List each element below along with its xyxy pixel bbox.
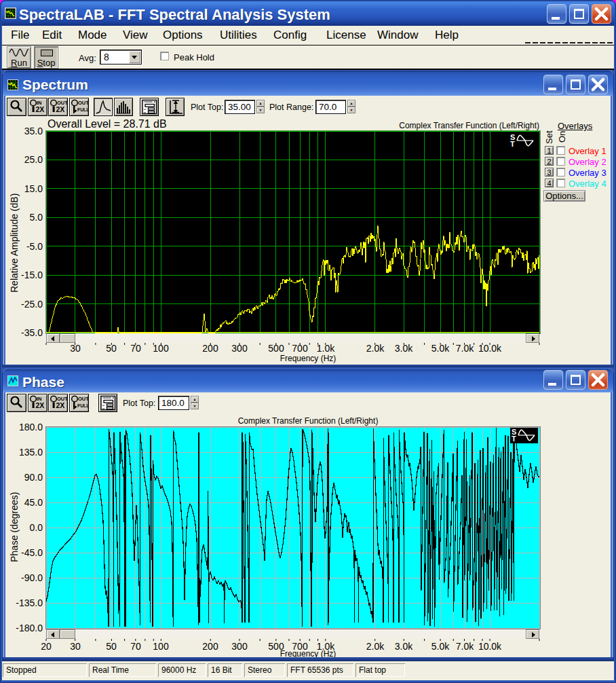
svg-text:OUT: OUT (78, 100, 88, 106)
svg-text:T: T (512, 435, 516, 443)
svg-text:FULL: FULL (77, 107, 88, 112)
svg-text:2X: 2X (56, 105, 65, 113)
svg-text:2X: 2X (56, 401, 65, 409)
svg-text:2X: 2X (36, 105, 45, 113)
svg-text:T: T (510, 140, 515, 148)
svg-text:OUT: OUT (78, 396, 88, 402)
svg-text:2X: 2X (36, 401, 45, 409)
svg-text:FULL: FULL (77, 403, 88, 408)
